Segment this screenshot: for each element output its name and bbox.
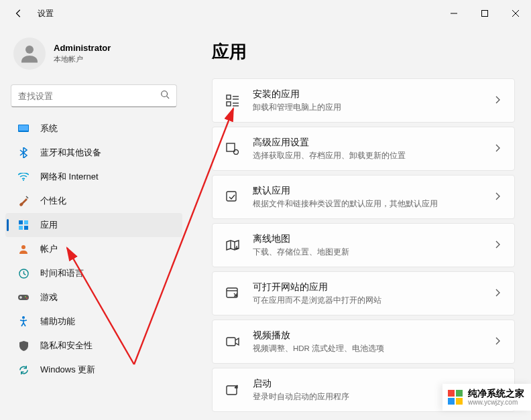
svg-point-17: [22, 316, 25, 319]
card-title: 可打开网站的应用: [253, 281, 495, 293]
card-offline-maps[interactable]: 离线地图 下载、存储位置、地图更新: [212, 223, 515, 267]
sidebar-item-privacy[interactable]: 隐私和安全性: [5, 334, 182, 358]
chevron-right-icon: [495, 239, 501, 251]
advanced-settings-icon: [225, 141, 241, 157]
page-title: 应用: [212, 40, 515, 64]
sidebar-item-windows-update[interactable]: Windows 更新: [5, 358, 182, 382]
sidebar-item-label: 蓝牙和其他设备: [40, 147, 101, 159]
svg-point-7: [23, 180, 24, 181]
chevron-right-icon: [495, 287, 501, 299]
sidebar-item-label: 隐私和安全性: [40, 340, 93, 352]
maximize-button[interactable]: [469, 0, 500, 27]
svg-rect-10: [19, 226, 23, 230]
card-default-apps[interactable]: 默认应用 根据文件和链接种类设置的默认应用，其他默认应用: [212, 175, 515, 219]
sidebar-item-label: 游戏: [40, 291, 58, 303]
sidebar-item-label: 帐户: [40, 243, 58, 255]
card-advanced-app-settings[interactable]: 高级应用设置 选择获取应用、存档应用、卸载更新的位置: [212, 127, 515, 171]
minimize-button[interactable]: [438, 0, 469, 27]
card-title: 默认应用: [253, 185, 495, 197]
sidebar-item-label: 网络和 Internet: [40, 171, 99, 183]
clock-icon: [17, 267, 30, 279]
user-block[interactable]: Administrator 本地帐户: [5, 27, 182, 82]
watermark-text: 纯净系统之家: [468, 389, 524, 399]
sidebar-item-gaming[interactable]: 游戏: [5, 285, 182, 309]
search-box[interactable]: [11, 84, 177, 107]
card-subtitle: 卸载和管理电脑上的应用: [253, 102, 495, 113]
shield-icon: [17, 340, 30, 352]
svg-rect-19: [227, 102, 231, 106]
chevron-right-icon: [495, 94, 501, 107]
window-title: 设置: [38, 8, 54, 19]
sidebar-item-personalization[interactable]: 个性化: [5, 189, 182, 213]
sidebar-item-apps[interactable]: 应用: [5, 213, 182, 237]
svg-rect-11: [24, 226, 28, 230]
card-title: 视频播放: [253, 330, 495, 342]
window-controls: [438, 0, 531, 27]
svg-rect-8: [19, 220, 23, 224]
accessibility-icon: [17, 316, 30, 328]
close-button[interactable]: [500, 0, 531, 27]
card-title: 高级应用设置: [253, 137, 495, 149]
nav-list: 系统 蓝牙和其他设备 网络和 Internet 个性化 应用 帐户: [5, 117, 182, 382]
startup-icon: [225, 382, 241, 398]
card-installed-apps[interactable]: 安装的应用 卸载和管理电脑上的应用: [212, 78, 515, 123]
svg-point-2: [25, 46, 34, 54]
bluetooth-icon: [17, 147, 30, 159]
brush-icon: [17, 195, 30, 207]
chevron-right-icon: [495, 143, 501, 155]
sidebar-item-system[interactable]: 系统: [5, 117, 182, 141]
map-icon: [225, 237, 241, 253]
sidebar-item-label: 时间和语言: [40, 267, 84, 279]
titlebar: 设置: [0, 0, 531, 27]
sidebar-item-accessibility[interactable]: 辅助功能: [5, 309, 182, 334]
gaming-icon: [17, 291, 30, 303]
svg-rect-9: [24, 220, 28, 224]
avatar: [13, 38, 46, 70]
system-icon: [17, 123, 30, 135]
sidebar-item-label: 辅助功能: [40, 316, 75, 328]
svg-rect-18: [227, 95, 231, 99]
card-subtitle: 下载、存储位置、地图更新: [253, 247, 495, 257]
sidebar: Administrator 本地帐户 系统 蓝牙和其他设备 网络和 Intern…: [0, 27, 188, 420]
update-icon: [17, 364, 30, 376]
sidebar-item-time-language[interactable]: 时间和语言: [5, 261, 182, 285]
svg-point-16: [26, 297, 27, 299]
card-subtitle: 选择获取应用、存档应用、卸载更新的位置: [253, 151, 495, 161]
installed-apps-icon: [225, 92, 241, 109]
sidebar-item-network[interactable]: 网络和 Internet: [5, 165, 182, 189]
apps-icon: [17, 219, 30, 231]
card-subtitle: 视频调整、HDR 流式处理、电池选项: [253, 344, 495, 354]
watermark: 纯净系统之家 www.ycwjzy.com: [442, 384, 531, 411]
svg-point-15: [25, 296, 26, 297]
chevron-right-icon: [495, 191, 501, 203]
sidebar-item-label: 应用: [40, 219, 58, 231]
sidebar-item-label: 系统: [40, 123, 58, 135]
search-icon: [160, 90, 170, 102]
card-subtitle: 可在应用而不是浏览器中打开的网站: [253, 295, 495, 305]
svg-point-12: [21, 245, 25, 249]
card-title: 离线地图: [253, 233, 495, 245]
default-apps-icon: [225, 189, 241, 205]
watermark-url: www.ycwjzy.com: [468, 399, 524, 406]
svg-rect-24: [227, 143, 235, 151]
card-apps-for-websites[interactable]: 可打开网站的应用 可在应用而不是浏览器中打开的网站: [212, 271, 515, 316]
svg-rect-29: [227, 338, 235, 346]
wifi-icon: [17, 171, 30, 183]
svg-point-3: [162, 91, 168, 97]
user-subtitle: 本地帐户: [54, 54, 111, 64]
sidebar-item-bluetooth[interactable]: 蓝牙和其他设备: [5, 141, 182, 165]
watermark-logo: [448, 390, 463, 405]
back-button[interactable]: [8, 3, 30, 24]
sidebar-item-accounts[interactable]: 帐户: [5, 237, 182, 261]
card-title: 安装的应用: [253, 88, 495, 100]
accounts-icon: [17, 243, 30, 255]
card-video-playback[interactable]: 视频播放 视频调整、HDR 流式处理、电池选项: [212, 320, 515, 364]
main-content: 应用 安装的应用 卸载和管理电脑上的应用 高级应用设置 选择获取应用、存档应用、…: [188, 27, 531, 420]
card-subtitle: 根据文件和链接种类设置的默认应用，其他默认应用: [253, 199, 495, 209]
svg-point-25: [234, 150, 239, 155]
website-apps-icon: [225, 285, 241, 301]
svg-line-4: [167, 96, 170, 99]
search-input[interactable]: [18, 91, 160, 101]
sidebar-item-label: 个性化: [40, 195, 66, 207]
sidebar-item-label: Windows 更新: [40, 364, 95, 376]
